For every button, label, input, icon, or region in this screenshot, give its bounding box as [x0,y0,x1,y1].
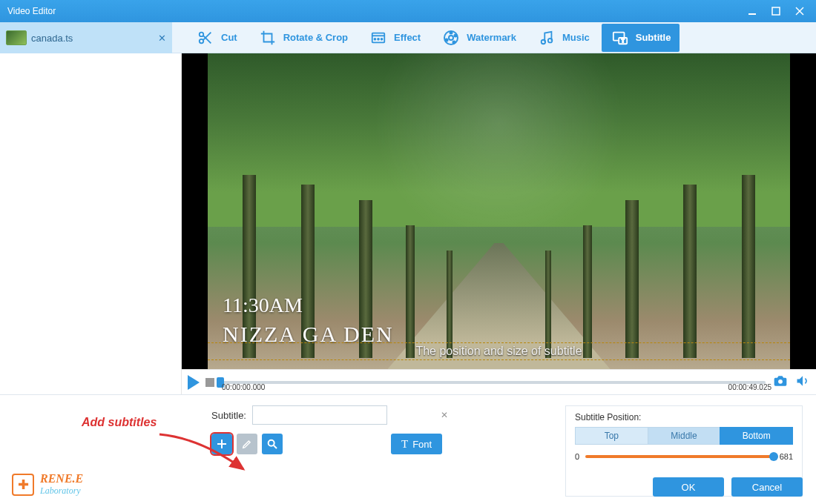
timeline-slider[interactable] [220,378,766,387]
snapshot-button[interactable] [771,374,789,391]
font-t-icon: T [401,438,408,451]
overlay-time-text: 11:30AM [223,294,303,317]
bottom-panel: Add subtitles ✚ RENE.E Laboratory Subtit… [0,394,816,504]
video-canvas: 11:30AM NIZZA GA DEN The position and si… [182,53,816,369]
svg-point-16 [455,34,457,36]
effect-icon [369,28,388,47]
subtitle-input[interactable] [252,405,387,425]
svg-point-17 [453,41,455,43]
svg-point-27 [269,440,274,446]
maximize-button[interactable] [764,4,788,19]
file-tab[interactable]: canada.ts ✕ [0,22,172,53]
footer-buttons: OK Cancel [653,477,803,497]
svg-point-19 [542,39,546,44]
svg-point-12 [381,38,383,39]
music-icon [537,28,556,47]
brand-logo: ✚ RENE.E Laboratory [12,472,83,497]
svg-point-14 [449,36,453,40]
svg-line-28 [274,445,277,448]
stop-button[interactable] [205,378,214,387]
position-bottom[interactable]: Bottom [720,427,793,445]
tab-effect[interactable]: Effect [360,24,430,52]
cancel-button[interactable]: Cancel [731,477,803,497]
svg-point-15 [450,31,453,33]
search-subtitle-button[interactable] [262,434,283,454]
slider-knob[interactable] [769,452,778,461]
transport-bar: 00:00:00.000 00:00:49.025 [182,369,816,394]
ok-button[interactable]: OK [653,477,724,497]
svg-point-20 [548,38,553,42]
position-segment: Top Middle Bottom [575,427,793,445]
time-current: 00:00:00.000 [222,383,265,391]
video-frame: 11:30AM NIZZA GA DEN The position and si… [208,53,790,369]
tab-cut[interactable]: Cut [187,24,246,52]
subtitle-guide: The position and size of subtitle [208,342,790,360]
time-duration: 00:00:49.025 [728,383,771,391]
slider-min: 0 [575,452,579,461]
brand-icon: ✚ [12,474,34,496]
left-pane [0,53,182,394]
main-area: 11:30AM NIZZA GA DEN The position and si… [0,53,816,394]
font-button[interactable]: T Font [391,434,442,454]
brand-zone: Add subtitles ✚ RENE.E Laboratory [0,395,174,504]
tab-rotate-crop[interactable]: Rotate & Crop [249,24,357,52]
position-slider[interactable] [585,455,774,458]
play-button[interactable] [188,375,200,390]
svg-point-24 [778,379,783,384]
svg-rect-1 [772,7,780,15]
position-label: Subtitle Position: [575,412,793,422]
preview-area: 11:30AM NIZZA GA DEN The position and si… [182,53,816,394]
file-thumbnail [6,30,27,45]
brand-line1: RENE.E [40,472,83,485]
svg-text:T: T [621,38,624,43]
toolbar: canada.ts ✕ Cut Rotate & Crop Effect Wat… [0,22,816,53]
titlebar: Video Editor [0,0,816,22]
clear-subtitle-button[interactable]: ✕ [441,410,448,420]
annotation-text: Add subtitles [82,416,157,429]
annotation-arrow [156,431,252,483]
position-middle[interactable]: Middle [648,427,720,445]
slider-max: 681 [780,452,793,461]
scissors-icon [196,28,215,47]
minimize-button[interactable] [740,4,764,19]
svg-point-18 [446,39,448,41]
tab-music[interactable]: Music [528,24,599,52]
brand-line2: Laboratory [40,485,83,497]
close-file-button[interactable]: ✕ [158,33,166,44]
file-name: canada.ts [31,33,73,44]
svg-point-10 [375,38,376,39]
tab-subtitle[interactable]: T Subtitle [602,24,680,52]
tab-watermark[interactable]: Watermark [432,24,525,52]
subtitle-label: Subtitle: [211,410,246,421]
watermark-icon [441,28,461,47]
subtitle-icon: T [611,28,630,47]
svg-point-11 [378,38,379,39]
window-title: Video Editor [7,6,56,16]
volume-button[interactable] [795,374,810,391]
position-top[interactable]: Top [575,427,648,445]
tabstrip: Cut Rotate & Crop Effect Watermark Music… [172,22,816,53]
crop-icon [258,28,277,47]
close-button[interactable] [788,4,812,19]
